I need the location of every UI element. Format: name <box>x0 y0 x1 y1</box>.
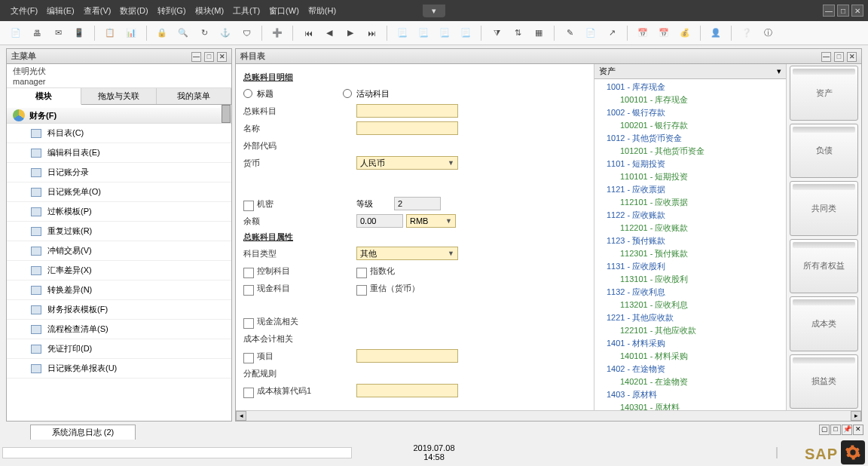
first-icon[interactable]: ⏮ <box>300 25 316 41</box>
tree-item[interactable]: 编辑科目表(E) <box>7 143 231 163</box>
chk-costcode1[interactable]: 成本核算代码1 <box>243 385 334 397</box>
drawer-liab[interactable]: 负债 <box>790 124 858 179</box>
menu-modules[interactable]: 模块(M) <box>191 5 229 17</box>
doc1-icon[interactable]: 📃 <box>394 25 411 41</box>
account-node[interactable]: 101201 - 其他货币资金 <box>594 145 786 158</box>
log-tab[interactable]: 系统消息日志 (2) <box>30 425 136 440</box>
tab-dragdrop[interactable]: 拖放与关联 <box>81 88 156 104</box>
chk-cash[interactable]: 现金科目 <box>243 283 334 294</box>
account-node[interactable]: 100101 - 库存现金 <box>594 94 786 106</box>
calendar-icon[interactable]: 📅 <box>634 25 651 41</box>
horizontal-scrollbar[interactable]: ◂ ▸ <box>236 410 861 421</box>
help-icon[interactable]: ❔ <box>738 25 755 41</box>
panel-close-icon[interactable]: ✕ <box>217 52 227 62</box>
tree-item[interactable]: 转换差异(N) <box>7 281 231 300</box>
account-node[interactable]: 1221 - 其他应收款 <box>594 311 786 324</box>
refresh-icon[interactable]: ↻ <box>196 25 212 41</box>
drawer-pl[interactable]: 损益类 <box>790 354 858 409</box>
menu-data[interactable]: 数据(D) <box>115 5 152 17</box>
radio-title[interactable] <box>243 89 252 98</box>
menu-file[interactable]: 文件(F) <box>6 5 42 17</box>
layout-icon[interactable]: ▦ <box>530 25 547 41</box>
chk-reval[interactable]: 重估（货币） <box>356 283 420 294</box>
chk-secret[interactable]: 机密 <box>243 198 334 210</box>
log-expand-icon[interactable]: ▢ <box>819 425 830 435</box>
menu-edit[interactable]: 编辑(E) <box>42 5 79 17</box>
sms-icon[interactable]: 📱 <box>71 25 87 41</box>
copy-icon[interactable]: 📋 <box>102 25 118 41</box>
excel-icon[interactable]: 📊 <box>123 25 139 41</box>
gear-badge-icon[interactable] <box>841 440 865 464</box>
currency-select[interactable]: 人民币▼ <box>356 156 458 170</box>
chk-cashflow[interactable]: 现金流相关 <box>243 316 334 327</box>
tab-modules[interactable]: 模块 <box>7 88 81 105</box>
doc3-icon[interactable]: 📃 <box>436 25 453 41</box>
sort-icon[interactable]: ⇅ <box>509 25 526 41</box>
add-record-icon[interactable]: ➕ <box>269 25 286 41</box>
gl-code-input[interactable] <box>356 104 458 118</box>
new-icon[interactable]: 📄 <box>8 25 24 41</box>
log-pin-icon[interactable]: 📌 <box>842 425 852 435</box>
print-icon[interactable]: 🖶 <box>29 25 45 41</box>
find-icon[interactable]: 🔍 <box>175 25 191 41</box>
balance-input[interactable] <box>356 214 403 228</box>
scroll-right-icon[interactable]: ▸ <box>851 411 861 421</box>
drawer-equity[interactable]: 所有者权益 <box>790 239 858 294</box>
account-node[interactable]: 1122 - 应收账款 <box>594 209 786 222</box>
account-node[interactable]: 1001 - 库存现金 <box>594 81 786 94</box>
account-node[interactable]: 1132 - 应收利息 <box>594 286 786 299</box>
secure-icon[interactable]: 🛡 <box>238 25 255 41</box>
drawer-assets[interactable]: 资产 <box>790 66 858 121</box>
account-type-select[interactable]: 其他▼ <box>356 247 458 260</box>
account-node[interactable]: 113101 - 应收股利 <box>594 273 786 286</box>
tree-item[interactable]: 重复过账(R) <box>7 222 231 241</box>
panel-max-icon[interactable]: □ <box>834 52 844 62</box>
chk-control[interactable]: 控制科目 <box>243 265 334 277</box>
minimize-icon[interactable]: — <box>823 5 835 17</box>
scroll-left-icon[interactable]: ◂ <box>236 411 246 421</box>
menu-window[interactable]: 窗口(W) <box>264 5 304 17</box>
account-node[interactable]: 1403 - 原材料 <box>594 388 786 401</box>
account-node[interactable]: 140201 - 在途物资 <box>594 376 786 388</box>
tab-mymenu[interactable]: 我的菜单 <box>157 88 231 104</box>
acct-tree-dropdown-icon[interactable]: ▾ <box>777 66 781 76</box>
account-node[interactable]: 110101 - 短期投资 <box>594 170 786 183</box>
tree-item[interactable]: 日记账分录 <box>7 163 231 182</box>
level-input[interactable] <box>394 197 441 210</box>
account-node[interactable]: 1101 - 短期投资 <box>594 158 786 170</box>
panel-min-icon[interactable]: — <box>191 52 201 62</box>
tree-item[interactable]: 过帐模板(P) <box>7 202 231 222</box>
menu-goto[interactable]: 转到(G) <box>153 5 191 17</box>
user-icon[interactable]: 👤 <box>708 25 724 41</box>
mail-icon[interactable]: ✉ <box>50 25 66 41</box>
panel-close-icon[interactable]: ✕ <box>847 52 857 62</box>
close-icon[interactable]: ✕ <box>851 5 863 17</box>
tree-item[interactable]: 凭证打印(D) <box>7 339 231 359</box>
export-icon[interactable]: ↗ <box>604 25 620 41</box>
account-node[interactable]: 122101 - 其他应收款 <box>594 324 786 337</box>
prev-icon[interactable]: ◀ <box>321 25 338 41</box>
menu-help[interactable]: 帮助(H) <box>304 5 341 17</box>
account-node[interactable]: 1131 - 应收股利 <box>594 260 786 273</box>
account-node[interactable]: 1121 - 应收票据 <box>594 183 786 196</box>
tree-item[interactable]: 科目表(C) <box>7 124 231 143</box>
tree-item[interactable]: 日记账凭单报表(U) <box>7 359 231 379</box>
drawer-common[interactable]: 共同类 <box>790 181 858 236</box>
doc2-icon[interactable]: 📃 <box>415 25 432 41</box>
tree-item[interactable]: 汇率差异(X) <box>7 261 231 281</box>
account-node[interactable]: 1402 - 在途物资 <box>594 363 786 376</box>
account-node[interactable]: 112301 - 预付账款 <box>594 247 786 260</box>
account-node[interactable]: 140301 - 原材料 <box>594 401 786 410</box>
account-node[interactable]: 1401 - 材料采购 <box>594 337 786 350</box>
balance-curr-select[interactable]: RMB▼ <box>406 214 456 228</box>
scrollbar-thumb[interactable] <box>222 105 231 123</box>
account-node[interactable]: 140101 - 材料采购 <box>594 350 786 363</box>
last-icon[interactable]: ⏭ <box>363 25 380 41</box>
costcode-input[interactable] <box>356 384 458 397</box>
center-dropdown-icon[interactable]: ▾ <box>423 5 445 17</box>
tree-item[interactable]: 日记账凭单(O) <box>7 182 231 202</box>
tree-item[interactable]: 财务报表模板(F) <box>7 300 231 320</box>
calendar-x-icon[interactable]: 📅 <box>656 25 672 41</box>
project-input[interactable] <box>356 349 458 363</box>
gl-name-input[interactable] <box>356 121 458 135</box>
